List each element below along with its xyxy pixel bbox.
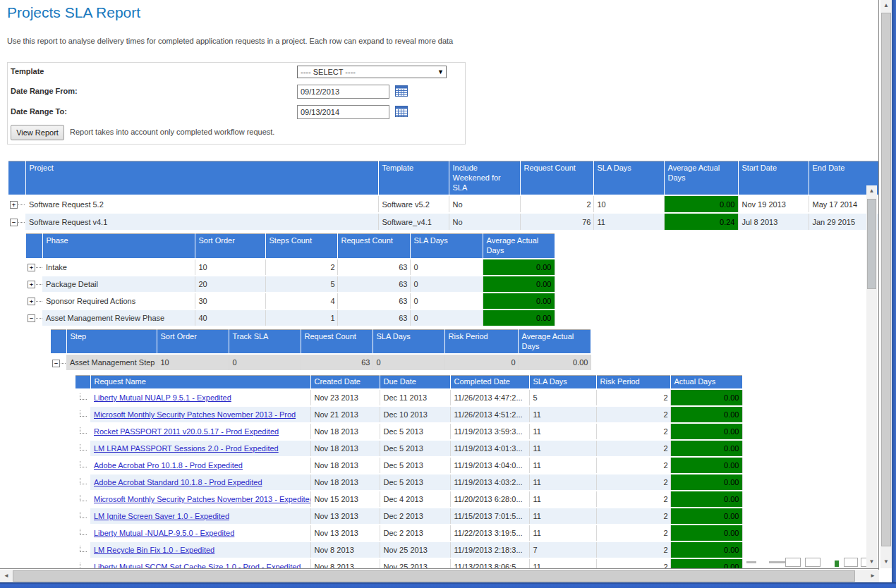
table-row: Rocket PASSPORT 2011 v20.0.5.17 - Prod E… bbox=[75, 423, 742, 440]
request-link[interactable]: Adobe Acrobat Pro 10.1.8 - Prod Expedite… bbox=[94, 461, 243, 470]
tree-connector-icon bbox=[80, 393, 87, 400]
report-note: Report takes into account only completed… bbox=[70, 128, 274, 136]
page-vertical-scrollbar[interactable]: ▲ ▼ bbox=[880, 0, 892, 568]
cell-project: Software Request v4.1 bbox=[25, 213, 378, 231]
header-track-sla: Track SLA bbox=[229, 329, 301, 354]
tree-connector-icon bbox=[80, 461, 87, 467]
header-actual-days: Actual Days bbox=[670, 376, 742, 389]
table-row: + Intake 10 2 63 0 0.00 bbox=[26, 259, 555, 276]
request-link[interactable]: Adobe Acrobat Standard 10.1.8 - Prod Exp… bbox=[94, 478, 262, 486]
cell-track-sla: 0 bbox=[229, 354, 301, 371]
cell-sort-order: 10 bbox=[157, 354, 229, 371]
calendar-icon bbox=[395, 85, 408, 97]
tree-connector-icon bbox=[80, 427, 87, 434]
header-phase: Phase bbox=[42, 234, 195, 259]
table-row: Liberty Mutual -NUALP-9.5.0 - Expedited … bbox=[75, 525, 742, 541]
scrollbar-up-icon[interactable]: ▲ bbox=[866, 185, 877, 197]
cell-actual-days: 0.00 bbox=[670, 406, 742, 423]
cell-risk-period: 2 bbox=[596, 474, 670, 491]
cell-sla-days: 11 bbox=[529, 457, 596, 474]
date-from-label: Date Range From: bbox=[11, 87, 78, 95]
tree-connector-icon bbox=[18, 202, 25, 205]
cell-request-name: LM Recycle Bin Fix 1.0 - Expedited bbox=[90, 541, 310, 558]
cell-average-actual-days: 0.00 bbox=[483, 310, 555, 326]
scrollbar-up-icon[interactable]: ▲ bbox=[880, 0, 892, 12]
request-link[interactable]: Liberty Mutual -NUALP-9.5.0 - Expedited bbox=[94, 529, 234, 537]
table-row: LM Ignite Screen Saver 1.0 - Expedited N… bbox=[75, 508, 742, 525]
table-row: LM LRAM PASSPORT Sessions 2.0 - Prod Exp… bbox=[75, 440, 742, 457]
expand-toggle-icon[interactable]: + bbox=[10, 201, 18, 209]
cell-risk-period: 2 bbox=[596, 541, 670, 558]
request-link[interactable]: Liberty Mutual NUALP 9.5.1 - Expedited bbox=[94, 393, 231, 402]
scrollbar-down-icon[interactable]: ▼ bbox=[866, 556, 877, 568]
cell-template: Software v5.2 bbox=[378, 195, 449, 213]
cell-request-name: Liberty Mutual -NUALP-9.5.0 - Expedited bbox=[90, 525, 310, 541]
scrollbar-thumb[interactable] bbox=[881, 13, 891, 546]
cell-sla-days: 11 bbox=[529, 406, 596, 423]
cell-request-name: Adobe Acrobat Standard 10.1.8 - Prod Exp… bbox=[90, 474, 310, 491]
cell-created-date: Nov 18 2013 bbox=[310, 457, 380, 474]
cell-completed-date: 11/19/2013 2:18:3... bbox=[450, 541, 529, 558]
request-link[interactable]: LM LRAM PASSPORT Sessions 2.0 - Prod Exp… bbox=[94, 444, 279, 453]
header-sla-days: SLA Days bbox=[593, 161, 664, 196]
cell-actual-days: 0.00 bbox=[670, 508, 742, 525]
cell-sla-days: 11 bbox=[529, 440, 596, 457]
scrollbar-down-icon[interactable]: ▼ bbox=[880, 556, 892, 568]
scrollbar-right-icon[interactable]: ► bbox=[866, 570, 879, 582]
expand-toggle-icon[interactable]: − bbox=[28, 314, 35, 322]
tree-cell bbox=[75, 423, 90, 440]
tree-cell: − bbox=[8, 213, 25, 231]
table-row: Microsoft Monthly Security Patches Novem… bbox=[75, 406, 742, 423]
date-to-calendar-button[interactable] bbox=[394, 106, 408, 118]
table-row: Liberty Mutual SCCM Set Cache Size 1.0 -… bbox=[75, 558, 742, 568]
request-link[interactable]: LM Recycle Bin Fix 1.0 - Expedited bbox=[94, 546, 214, 554]
cell-risk-period: 2 bbox=[596, 558, 670, 568]
date-to-input[interactable] bbox=[297, 105, 389, 119]
cell-request-name: LM Ignite Screen Saver 1.0 - Expedited bbox=[90, 508, 310, 525]
tree-connector-icon bbox=[80, 529, 87, 535]
template-select[interactable]: ---- SELECT ---- ▼ bbox=[297, 66, 447, 78]
window-border bbox=[0, 582, 896, 588]
view-report-button[interactable]: View Report bbox=[11, 125, 64, 140]
header-start-date: Start Date bbox=[738, 161, 809, 196]
cell-actual-days: 0.00 bbox=[670, 541, 742, 558]
report-filter-panel: Template ---- SELECT ---- ▼ Date Range F… bbox=[7, 62, 466, 145]
cell-created-date: Nov 18 2013 bbox=[310, 474, 380, 491]
phases-header-row: Phase Sort Order Steps Count Request Cou… bbox=[26, 234, 555, 259]
tree-cell bbox=[75, 457, 90, 474]
grid-vertical-scrollbar[interactable]: ▲ ▼ bbox=[866, 185, 877, 568]
expand-toggle-icon[interactable]: + bbox=[28, 298, 35, 305]
expand-toggle-icon[interactable]: + bbox=[28, 264, 35, 271]
scrollbar-left-icon[interactable]: ◄ bbox=[0, 570, 13, 582]
tree-cell bbox=[75, 558, 90, 568]
date-from-input[interactable] bbox=[297, 85, 389, 99]
table-row: Microsoft Monthly Security Patches Novem… bbox=[75, 491, 742, 508]
request-link[interactable]: Rocket PASSPORT 2011 v20.0.5.17 - Prod E… bbox=[94, 427, 279, 436]
request-link[interactable]: Microsoft Monthly Security Patches Novem… bbox=[94, 410, 296, 419]
page-horizontal-scrollbar[interactable]: ◄ ► bbox=[0, 570, 879, 582]
scrollbar-thumb[interactable] bbox=[867, 199, 876, 289]
cell-sla-days: 5 bbox=[529, 389, 596, 406]
expand-toggle-icon[interactable]: + bbox=[28, 281, 35, 288]
header-sla-days: SLA Days bbox=[373, 329, 444, 354]
tree-cell bbox=[75, 474, 90, 491]
expand-toggle-icon[interactable]: − bbox=[10, 219, 18, 226]
date-from-calendar-button[interactable] bbox=[394, 85, 408, 98]
tree-connector-icon bbox=[80, 563, 87, 568]
cell-steps-count: 2 bbox=[265, 259, 337, 276]
scrollbar-thumb[interactable] bbox=[13, 570, 855, 582]
cell-request-count: 63 bbox=[337, 293, 410, 310]
table-row: − Asset Management Step 10 0 63 0 0 0.00 bbox=[51, 354, 591, 371]
page-description: Use this report to analyse delivery time… bbox=[7, 37, 453, 45]
expand-toggle-icon[interactable]: − bbox=[52, 360, 60, 367]
tree-connector-icon bbox=[36, 282, 42, 285]
tree-cell: − bbox=[26, 310, 42, 326]
request-link[interactable]: LM Ignite Screen Saver 1.0 - Expedited bbox=[94, 512, 229, 520]
request-link[interactable]: Microsoft Monthly Security Patches Novem… bbox=[94, 495, 310, 503]
header-step: Step bbox=[66, 329, 157, 354]
request-link[interactable]: Liberty Mutual SCCM Set Cache Size 1.0 -… bbox=[94, 563, 301, 568]
cell-completed-date: 11/26/2013 4:51:2... bbox=[450, 406, 529, 423]
cell-sort-order: 20 bbox=[195, 276, 265, 293]
tree-cell: + bbox=[26, 276, 42, 293]
cell-due-date: Dec 5 2013 bbox=[380, 457, 450, 474]
